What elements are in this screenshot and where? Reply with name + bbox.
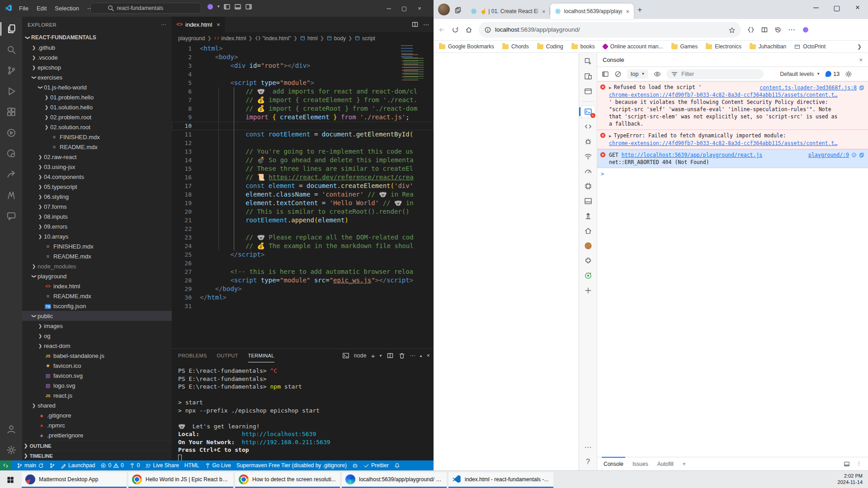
console-message-1[interactable]: ▶ Refused to load the script 'content.ts… [597,81,868,130]
history-icon[interactable] [774,26,782,34]
collections-icon[interactable] [747,26,755,34]
tree-folder-react-dom[interactable]: ❯react-dom [22,341,172,351]
site-info-icon[interactable] [484,26,491,33]
taskbar-mattermost[interactable]: Mattermost Desktop App [22,472,127,488]
tree-file-react.js[interactable]: JSreact.js [22,390,172,400]
more-actions-icon[interactable]: ⋯ [161,22,167,28]
browser-close-button[interactable]: × [847,0,868,15]
breadcrumb-item[interactable]: body [326,35,346,42]
tree-folder-.github[interactable]: ❯.github [22,42,172,52]
taskbar-chrome[interactable]: How to detect the screen resoluti... [235,472,340,488]
devtools-network-icon[interactable] [581,150,595,162]
panel-tab-output[interactable]: OUTPUT [217,349,238,362]
bookmark-electronics[interactable]: Electronics [706,43,741,50]
devtools-memory-icon[interactable] [581,180,595,192]
tree-folder-playground[interactable]: ❯playground [22,271,172,281]
terminal-output[interactable]: PS E:\react-fundamentals> ^CPS E:\react-… [172,362,434,462]
breadcrumb-item[interactable]: script [354,35,375,42]
drawer-tab-add[interactable]: + [683,461,686,467]
devtools-settings-icon[interactable] [845,70,852,78]
clear-console-icon[interactable] [614,70,622,78]
command-center-search[interactable] [90,3,201,14]
tab-index-html[interactable]: <> index.html × [172,17,225,32]
tree-folder-01.js-hello-world[interactable]: ❯01.js-hello-world [22,82,172,92]
browser-more-icon[interactable]: ⋯ [788,25,796,34]
browser-home-icon[interactable] [465,26,472,34]
panel-tab-problems[interactable]: PROBLEMS [178,349,207,362]
tree-folder-08.inputs[interactable]: ❯08.inputs [22,211,172,221]
terminal-dropdown-icon[interactable]: ▾ [380,353,382,358]
tree-file-.npmrc[interactable]: ■.npmrc [22,420,172,430]
tree-file-favicon.ico[interactable]: ★favicon.ico [22,361,172,371]
activity-live-preview-icon[interactable] [0,122,22,143]
activity-extensions-icon[interactable] [0,102,22,122]
layout-sidebar-left-icon[interactable] [223,3,231,10]
code-editor[interactable]: 1<html>2 <body>3 <div id="root"></div>45… [172,44,434,348]
devtools-device-emulation-icon[interactable] [581,70,595,82]
console-filter[interactable] [666,69,764,79]
browser-tab-1[interactable]: ☝ | 01. Create React Elements | 0× [466,4,550,19]
close-tab-icon[interactable]: × [541,8,547,15]
bookmark-books[interactable]: books [571,43,595,50]
console-message-3[interactable]: GET http://localhost:5639/app/playground… [597,149,868,168]
bookmark-online-account-man-[interactable]: Online account man... [603,43,663,50]
live-expression-icon[interactable] [654,70,661,78]
filter-input[interactable] [681,71,749,77]
tree-file-.gitignore[interactable]: ◆.gitignore [22,410,172,420]
editor-more-actions-icon[interactable]: ⋯ [423,21,429,28]
log-levels-selector[interactable]: Default levels ▼ [780,71,820,77]
terminal-process-label[interactable]: node [354,352,367,359]
tree-folder-02.problem.root[interactable]: ❯02.problem.root [22,112,172,122]
bookmark-chords[interactable]: Chords [502,43,529,50]
new-terminal-icon[interactable]: + [371,352,375,360]
devtools-close-icon[interactable]: × [859,56,863,63]
browser-minimize-button[interactable]: ─ [806,0,826,15]
bookmark-octoprint[interactable]: OctoPrint [794,43,826,50]
drawer-layout-icon[interactable] [844,460,850,467]
tree-folder-.vscode[interactable]: ❯.vscode [22,52,172,62]
tree-folder-10.arrays[interactable]: ❯10.arrays [22,231,172,241]
tree-folder-exercises[interactable]: ❯exercises [22,72,172,82]
sidebar-section-timeline[interactable]: ❯TIMELINE [22,450,172,460]
source-link[interactable]: content.ts-loader-3ed3668f.js:8 [760,84,864,91]
menu-selection[interactable]: Selection [51,5,83,12]
close-panel-icon[interactable]: × [427,352,430,359]
tree-file-readme.mdx[interactable]: ≡README.mdx [22,291,172,301]
tree-folder-03.using-jsx[interactable]: ❯03.using-jsx [22,162,172,172]
activity-live-share-icon[interactable] [0,164,22,185]
tree-folder-shared[interactable]: ❯shared [22,400,172,410]
devtools-debugger-icon[interactable] [581,136,595,147]
context-selector[interactable]: top ▼ [627,70,648,79]
chevron-down-icon[interactable]: ▾ [217,4,220,9]
taskbar-vscode[interactable]: index.html - react-fundamentals -... [448,472,553,488]
tree-file-readme.mdx[interactable]: ≡README.mdx [22,142,172,152]
issues-counter[interactable]: 13 [826,71,840,77]
tree-folder-react-fundamentals[interactable]: ❯REACT-FUNDAMENTALS [22,33,172,42]
tree-file-readme.mdx[interactable]: ≡README.mdx [22,251,172,261]
status-git-branch[interactable]: main [14,460,47,470]
devtools-more-icon[interactable]: ⋯ [581,441,595,453]
console-message-2[interactable]: ▶ TypeError: Failed to fetch dynamically… [597,130,868,149]
bookmarks-overflow-icon[interactable]: ❯ [857,43,868,50]
start-button[interactable] [0,471,21,488]
breadcrumb-item[interactable]: html [300,35,318,42]
sidebar-section-outline[interactable]: ❯OUTLINE [22,441,172,450]
new-tab-button[interactable]: + [637,5,642,14]
tree-file-finished.mdx[interactable]: ≡FINISHED.mdx [22,132,172,142]
drawer-tab-issues[interactable]: Issues [632,461,648,467]
tree-folder-01.solution.hello[interactable]: ❯01.solution.hello [22,102,172,112]
bookmark-games[interactable]: Games [671,43,698,50]
restore-button[interactable]: ▢ [396,2,412,14]
browser-maximize-button[interactable]: ▢ [826,0,847,15]
split-editor-icon[interactable] [411,21,419,28]
browser-back-icon[interactable] [438,26,445,34]
tree-folder-epicshop[interactable]: ❯epicshop [22,62,172,72]
tab-actions-icon[interactable] [454,5,462,14]
panel-more-icon[interactable]: ⋯ [410,352,415,359]
search-input[interactable] [117,5,185,11]
drawer-more-icon[interactable]: ⋮ [856,460,862,467]
address-bar[interactable]: localhost:5639/app/playground/ [479,22,741,38]
menu-edit[interactable]: Edit [33,5,51,12]
status-language-mode[interactable]: HTML [182,460,202,470]
tree-file-favicon.svg[interactable]: ▧favicon.svg [22,371,172,380]
